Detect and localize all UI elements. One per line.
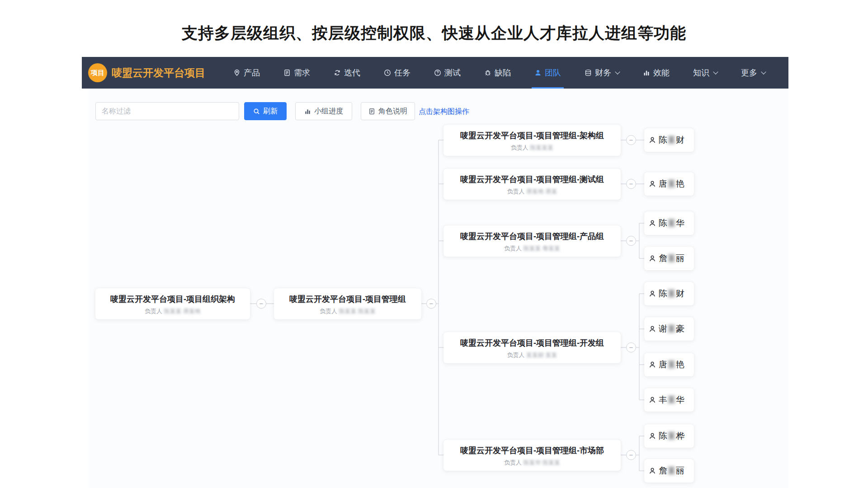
collapse-toggle[interactable]: − — [626, 135, 636, 145]
member-card[interactable]: 陈某桦 — [644, 424, 694, 448]
nav-label: 产品 — [244, 67, 260, 78]
chevron-down-icon — [713, 69, 718, 74]
nav-item-iteration[interactable]: 迭代 — [334, 57, 360, 89]
nav-item-performance[interactable]: 效能 — [643, 57, 670, 89]
team-icon — [534, 69, 542, 76]
project-title: 唛盟云开发平台项目 — [112, 66, 205, 80]
org-node-owners: 负责人 某某财 某某 — [443, 351, 621, 359]
member-name: 唐某艳 — [659, 359, 684, 371]
censored-names: 陈某华 陈某某 — [524, 459, 561, 466]
org-node-title: 唛盟云开发平台项目-项目组织架构 — [95, 294, 250, 305]
person-icon — [649, 396, 656, 404]
org-node-title: 唛盟云开发平台项目-项目管理组-架构组 — [443, 130, 621, 141]
member-card[interactable]: 陈某华 — [644, 211, 694, 235]
person-icon — [649, 325, 656, 333]
nav-item-knowledge[interactable]: 知识 — [693, 57, 717, 89]
person-icon — [649, 136, 656, 144]
org-node-title: 唛盟云开发平台项目-项目管理组-测试组 — [443, 174, 621, 185]
person-icon — [649, 432, 656, 440]
person-icon — [649, 290, 656, 297]
iteration-icon — [334, 69, 341, 76]
collapse-toggle[interactable]: − — [626, 343, 636, 352]
refresh-label: 刷新 — [263, 107, 278, 116]
project-logo: 项目 — [88, 63, 107, 82]
censored-names: 某某财 某某 — [526, 352, 557, 358]
org-node-marketing-group[interactable]: 唛盟云开发平台项目-项目管理组-市场部 负责人 陈某华 陈某某 — [443, 440, 621, 471]
censored-names: 陈某某 唐某艳 — [164, 308, 201, 314]
member-card[interactable]: 陈某财 — [644, 282, 694, 305]
member-card[interactable]: 唐某艳 — [644, 353, 694, 376]
person-icon — [649, 180, 656, 188]
nav-label: 需求 — [294, 67, 310, 78]
top-navbar: 项目 唛盟云开发平台项目 产品 需求 迭代 任务 测试 缺陷 团队 — [82, 57, 788, 89]
role-description-button[interactable]: 角色说明 — [361, 102, 415, 120]
person-icon — [649, 255, 656, 262]
barchart-icon — [643, 69, 650, 76]
nav-label: 任务 — [394, 67, 410, 78]
nav-label: 更多 — [741, 67, 757, 78]
nav-items: 产品 需求 迭代 任务 测试 缺陷 团队 财务 — [233, 57, 788, 89]
org-node-owners: 负责人 陈某华 陈某某 — [443, 459, 621, 467]
org-node-title: 唛盟云开发平台项目-项目管理组-开发组 — [443, 338, 621, 348]
org-node-owners: 负责人 陈某某 陈某某 — [274, 307, 421, 315]
member-name: 陈某财 — [659, 134, 684, 146]
person-icon — [649, 467, 656, 474]
collapse-toggle[interactable]: − — [626, 179, 636, 189]
censored-names: 陈某某某 — [530, 144, 553, 151]
org-node-testing-group[interactable]: 唛盟云开发平台项目-项目管理组-测试组 负责人 唐某艳 唐某 — [443, 169, 621, 200]
org-node-management-group[interactable]: 唛盟云开发平台项目-项目管理组 负责人 陈某某 陈某某 — [274, 288, 421, 319]
finance-icon — [585, 69, 592, 76]
org-node-owners: 负责人 陈某某 詹某某 — [443, 244, 621, 253]
nav-item-more[interactable]: 更多 — [741, 57, 765, 89]
pin-icon — [233, 69, 241, 76]
member-name: 谢某豪 — [659, 323, 684, 335]
person-icon — [649, 361, 656, 368]
question-icon — [434, 69, 441, 76]
org-node-root[interactable]: 唛盟云开发平台项目-项目组织架构 负责人 陈某某 唐某艳 — [95, 288, 250, 319]
nav-item-team[interactable]: 团队 — [534, 57, 561, 89]
member-card[interactable]: 陈某财 — [644, 128, 694, 152]
page-headline: 支持多层级组织、按层级控制权限、快速从企业人才库拉人进组等功能 — [0, 23, 868, 44]
censored-names: 唐某艳 唐某 — [526, 188, 557, 195]
collapse-toggle[interactable]: − — [256, 299, 266, 309]
org-node-title: 唛盟云开发平台项目-项目管理组-产品组 — [443, 231, 621, 242]
nav-item-testing[interactable]: 测试 — [434, 57, 461, 89]
org-node-architecture-group[interactable]: 唛盟云开发平台项目-项目管理组-架构组 负责人 陈某某某 — [443, 125, 621, 156]
nav-label: 团队 — [545, 67, 561, 78]
member-name: 詹某丽 — [659, 465, 684, 477]
member-card[interactable]: 丰某华 — [644, 388, 694, 412]
org-node-owners: 负责人 唐某艳 唐某 — [443, 188, 621, 196]
nav-label: 知识 — [693, 67, 709, 78]
nav-item-product[interactable]: 产品 — [233, 57, 260, 89]
org-node-owners: 负责人 陈某某某 — [443, 144, 621, 152]
nav-item-tasks[interactable]: 任务 — [384, 57, 410, 89]
org-node-development-group[interactable]: 唛盟云开发平台项目-项目管理组-开发组 负责人 某某财 某某 — [443, 332, 621, 363]
member-name: 丰某华 — [659, 394, 684, 406]
bug-icon — [484, 69, 491, 76]
member-card[interactable]: 唐某艳 — [644, 172, 694, 196]
nav-label: 财务 — [595, 67, 611, 78]
collapse-toggle[interactable]: − — [426, 299, 436, 309]
member-card[interactable]: 詹某丽 — [644, 459, 694, 483]
org-chart-operation-link[interactable]: 点击架构图操作 — [419, 107, 469, 117]
member-card[interactable]: 谢某豪 — [644, 317, 694, 341]
collapse-toggle[interactable]: − — [626, 450, 636, 460]
member-card[interactable]: 詹某丽 — [644, 247, 694, 270]
person-icon — [649, 220, 656, 227]
group-progress-label: 小组进度 — [314, 107, 343, 116]
censored-names: 陈某某 陈某某 — [339, 308, 376, 314]
clock-icon — [384, 69, 391, 76]
collapse-toggle[interactable]: − — [626, 236, 636, 246]
name-filter-input[interactable] — [95, 102, 239, 120]
document-icon — [368, 108, 375, 115]
nav-label: 测试 — [444, 67, 461, 78]
nav-item-defects[interactable]: 缺陷 — [484, 57, 511, 89]
nav-item-requirements[interactable]: 需求 — [283, 57, 310, 89]
refresh-button[interactable]: 刷新 — [244, 102, 287, 120]
org-node-title: 唛盟云开发平台项目-项目管理组 — [274, 294, 421, 305]
nav-item-finance[interactable]: 财务 — [585, 57, 619, 89]
org-node-product-group[interactable]: 唛盟云开发平台项目-项目管理组-产品组 负责人 陈某某 詹某某 — [443, 225, 621, 257]
member-name: 陈某华 — [659, 217, 684, 229]
group-progress-button[interactable]: 小组进度 — [295, 102, 352, 120]
barchart-icon — [304, 108, 311, 115]
